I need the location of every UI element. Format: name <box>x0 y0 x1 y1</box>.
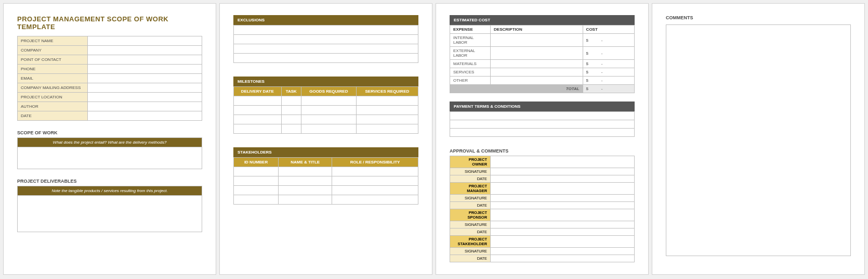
stakeholders-col: NAME & TITLE <box>279 158 332 167</box>
approval-signature-label: SIGNATURE <box>450 248 491 255</box>
cost-expense: INTERNAL LABOR <box>450 34 491 47</box>
estimated-cost-header: ESTIMATED COST <box>450 15 635 25</box>
info-value[interactable] <box>87 55 202 65</box>
info-label: COMPANY MAILING ADDRESS <box>18 83 88 93</box>
cost-amount[interactable]: $- <box>583 34 634 47</box>
cost-amount[interactable]: $- <box>583 68 634 77</box>
approval-date-label: DATE <box>450 202 491 209</box>
approval-date[interactable] <box>491 175 635 183</box>
approval-name[interactable] <box>491 156 635 168</box>
info-value[interactable] <box>87 111 202 121</box>
deliverables-body[interactable] <box>17 195 202 232</box>
scope-body[interactable] <box>17 147 202 169</box>
deliverables-banner: Note the tangible products / services re… <box>17 186 202 195</box>
payment-terms-box[interactable] <box>450 111 635 137</box>
approval-name[interactable] <box>491 183 635 195</box>
payment-terms-header: PAYMENT TERMS & CONDITIONS <box>450 102 635 111</box>
info-label: EMAIL <box>18 74 88 83</box>
cost-amount[interactable]: $- <box>583 47 634 60</box>
info-value[interactable] <box>87 65 202 74</box>
approval-signature-label: SIGNATURE <box>450 221 491 229</box>
document-title: PROJECT MANAGEMENT SCOPE OF WORK TEMPLAT… <box>17 15 202 31</box>
info-value[interactable] <box>87 46 202 55</box>
approval-date-label: DATE <box>450 255 491 262</box>
page-4: COMMENTS <box>652 3 865 275</box>
project-info-table: PROJECT NAMECOMPANYPOINT OF CONTACTPHONE… <box>17 36 202 121</box>
cost-total-value: $- <box>583 85 634 93</box>
cost-amount[interactable]: $- <box>583 60 634 68</box>
info-label: PHONE <box>18 65 88 74</box>
deliverables-heading: PROJECT DELIVERABLES <box>17 179 202 184</box>
approval-date-label: DATE <box>450 175 491 183</box>
approval-signature[interactable] <box>491 221 635 229</box>
approval-date-label: DATE <box>450 229 491 236</box>
milestones-col: TASK <box>281 87 301 96</box>
info-value[interactable] <box>87 102 202 111</box>
cost-amount[interactable]: $- <box>583 77 634 85</box>
info-value[interactable] <box>87 36 202 46</box>
approval-signature[interactable] <box>491 168 635 175</box>
milestones-col: GOODS REQUIRED <box>301 87 356 96</box>
info-value[interactable] <box>87 74 202 83</box>
approval-date[interactable] <box>491 229 635 236</box>
approval-role: PROJECT OWNER <box>450 156 491 168</box>
approval-date[interactable] <box>491 202 635 209</box>
approval-name[interactable] <box>491 209 635 221</box>
cost-col: DESCRIPTION <box>491 26 583 34</box>
approval-signature-label: SIGNATURE <box>450 168 491 175</box>
cost-description[interactable] <box>491 47 583 60</box>
cost-total-label: TOTAL <box>450 85 583 93</box>
stakeholders-col: ID NUMBER <box>234 158 279 167</box>
approval-role: PROJECT SPONSOR <box>450 209 491 221</box>
approval-table[interactable]: PROJECT OWNERSIGNATUREDATEPROJECT MANAGE… <box>450 156 635 262</box>
cost-expense: EXTERNAL LABOR <box>450 47 491 60</box>
cost-description[interactable] <box>491 60 583 68</box>
info-label: COMPANY <box>18 46 88 55</box>
info-value[interactable] <box>87 93 202 102</box>
comments-heading: COMMENTS <box>666 15 851 20</box>
cost-expense: OTHER <box>450 77 491 85</box>
cost-description[interactable] <box>491 77 583 85</box>
approval-signature[interactable] <box>491 248 635 255</box>
approval-name[interactable] <box>491 236 635 248</box>
approval-heading: APPROVAL & COMMENTS <box>450 148 635 154</box>
info-label: PROJECT LOCATION <box>18 93 88 102</box>
cost-description[interactable] <box>491 68 583 77</box>
info-label: AUTHOR <box>18 102 88 111</box>
cost-expense: MATERIALS <box>450 60 491 68</box>
milestones-col: SERVICES REQUIRED <box>356 87 418 96</box>
cost-description[interactable] <box>491 34 583 47</box>
exclusions-table[interactable] <box>233 25 418 63</box>
page-3: ESTIMATED COST EXPENSEDESCRIPTIONCOST IN… <box>436 3 649 275</box>
stakeholders-col: ROLE / RESPONSIBILITY <box>332 158 418 167</box>
scope-heading: SCOPE OF WORK <box>17 130 202 135</box>
info-label: POINT OF CONTACT <box>18 55 88 65</box>
approval-role: PROJECT MANAGER <box>450 183 491 195</box>
scope-banner: What does the project entail? What are t… <box>17 137 202 147</box>
info-label: DATE <box>18 111 88 121</box>
approval-date[interactable] <box>491 255 635 262</box>
info-label: PROJECT NAME <box>18 36 88 46</box>
milestones-col: DELIVERY DATE <box>234 87 282 96</box>
exclusions-header: EXCLUSIONS <box>233 15 418 25</box>
stakeholders-header: STAKEHOLDERS <box>233 147 418 157</box>
estimated-cost-table[interactable]: EXPENSEDESCRIPTIONCOST INTERNAL LABOR$-E… <box>450 25 635 93</box>
cost-col: EXPENSE <box>450 26 491 34</box>
page-2: EXCLUSIONS MILESTONES DELIVERY DATETASKG… <box>219 3 432 275</box>
cost-expense: SERVICES <box>450 68 491 77</box>
approval-role: PROJECT STAKEHOLDER <box>450 236 491 248</box>
cost-col: COST <box>583 26 634 34</box>
stakeholders-table[interactable]: ID NUMBERNAME & TITLEROLE / RESPONSIBILI… <box>233 157 418 205</box>
page-1: PROJECT MANAGEMENT SCOPE OF WORK TEMPLAT… <box>3 3 216 275</box>
milestones-header: MILESTONES <box>233 77 418 86</box>
info-value[interactable] <box>87 83 202 93</box>
milestones-table[interactable]: DELIVERY DATETASKGOODS REQUIREDSERVICES … <box>233 86 418 134</box>
approval-signature-label: SIGNATURE <box>450 195 491 202</box>
approval-signature[interactable] <box>491 195 635 202</box>
comments-box[interactable] <box>666 24 851 256</box>
